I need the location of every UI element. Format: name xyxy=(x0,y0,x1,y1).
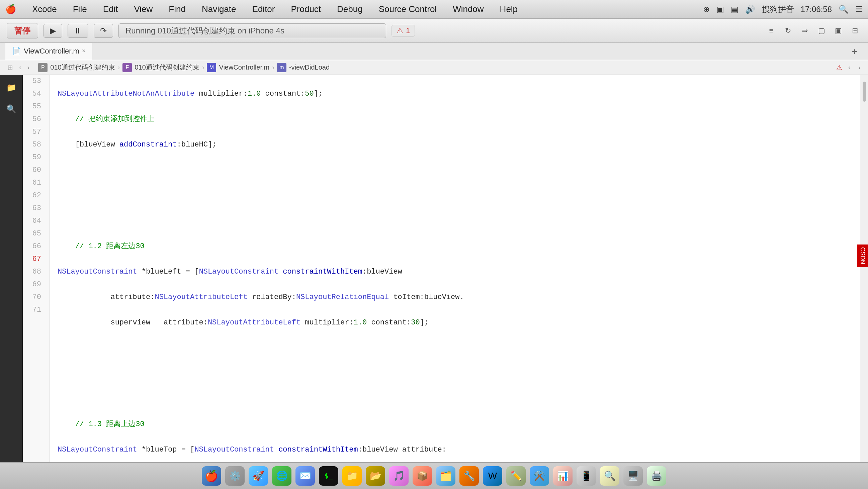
toolbar-right-icons: ≡ ↻ ⇒ ▢ ▣ ⊟ xyxy=(765,25,861,37)
dock-accessibility[interactable]: 🔍 xyxy=(600,466,620,486)
pause-button[interactable]: ⏸ xyxy=(68,24,88,38)
split-horizontal-icon[interactable]: ⊟ xyxy=(848,25,861,37)
breadcrumb-error-icon: ⚠ xyxy=(836,64,842,72)
dock-xcode[interactable]: ⚒️ xyxy=(529,466,550,486)
code-line-58: // 1.2 距离左边30 xyxy=(58,240,852,253)
apple-menu[interactable]: 🍎 xyxy=(5,4,16,14)
code-content[interactable]: NSLayoutAttributeNotAnAttribute multipli… xyxy=(50,75,860,462)
dock-folder1[interactable]: 📁 xyxy=(342,466,362,486)
step-over-button[interactable]: ↷ xyxy=(94,24,113,38)
breadcrumb-project[interactable]: 010通过代码创建约束 xyxy=(50,63,115,72)
dock-simulator[interactable]: 📱 xyxy=(576,466,596,486)
warning-badge[interactable]: ⚠ 1 xyxy=(392,25,415,37)
menubar-file[interactable]: File xyxy=(70,3,90,16)
menubar-help[interactable]: Help xyxy=(497,3,520,16)
nav-back-button[interactable]: ‹ xyxy=(17,63,24,72)
toolbar: 暂停 ▶ ⏸ ↷ Running 010通过代码创建约束 on iPhone 4… xyxy=(0,19,868,43)
dock-mail[interactable]: ✉️ xyxy=(295,466,315,486)
breadcrumb-next-error[interactable]: › xyxy=(856,63,863,72)
refresh-icon[interactable]: ↻ xyxy=(782,25,795,37)
line-num-54: 54 xyxy=(23,88,45,100)
dock-tool1[interactable]: 🔧 xyxy=(459,466,479,486)
menubar-navigate[interactable]: Navigate xyxy=(199,3,239,16)
dock-instruments[interactable]: 📊 xyxy=(553,466,573,486)
menubar-product[interactable]: Product xyxy=(288,3,323,16)
tab-icon: 📄 xyxy=(12,47,21,56)
add-tab-button[interactable]: + xyxy=(846,46,863,57)
code-editor[interactable]: 53 54 55 56 57 58 59 60 61 62 63 64 65 6… xyxy=(23,75,860,462)
code-line-57 xyxy=(58,215,852,227)
line-num-56: 56 xyxy=(23,113,45,126)
dock-printer[interactable]: 🖨️ xyxy=(647,466,666,486)
code-line-54: [blueView addConstraint:blueHC]; xyxy=(58,138,852,151)
tab-label: ViewController.m xyxy=(24,47,79,56)
dock-console[interactable]: 🖥️ xyxy=(623,466,643,486)
tabbar: 📄 ViewController.m × + xyxy=(0,43,868,60)
nav-forward-button[interactable]: › xyxy=(25,63,32,72)
dock-tool2[interactable]: ✏️ xyxy=(506,466,526,486)
search-icon[interactable]: 🔍 xyxy=(839,5,848,14)
menubar-edit[interactable]: Edit xyxy=(100,3,121,16)
menubar-view[interactable]: View xyxy=(131,3,155,16)
code-line-partial: NSLayoutAttributeNotAnAttribute multipli… xyxy=(58,88,852,100)
breadcrumb-folder[interactable]: 010通过代码创建约束 xyxy=(134,63,199,72)
menubar-find[interactable]: Find xyxy=(166,3,188,16)
menubar-debug[interactable]: Debug xyxy=(334,3,365,16)
line-num-60: 60 xyxy=(23,164,45,176)
sidebar-search-icon[interactable]: 🔍 xyxy=(4,102,19,117)
menubar-editor[interactable]: Editor xyxy=(250,3,278,16)
notification-icon[interactable]: ☰ xyxy=(855,5,863,14)
forward-icon[interactable]: ⇒ xyxy=(798,25,811,37)
stop-button[interactable]: 暂停 xyxy=(7,23,38,38)
dock-safari[interactable]: 🌐 xyxy=(272,466,292,486)
dock-preferences[interactable]: ⚙️ xyxy=(225,466,245,486)
line-numbers: 53 54 55 56 57 58 59 60 61 62 63 64 65 6… xyxy=(23,75,50,462)
menubar-window[interactable]: Window xyxy=(450,3,486,16)
csdn-badge[interactable]: CSDN xyxy=(857,244,868,267)
wifi-icon[interactable]: ▤ xyxy=(731,5,739,14)
project-icon: P xyxy=(38,63,48,72)
folder-icon: F xyxy=(122,63,132,72)
dock-filezilla[interactable]: 🗂️ xyxy=(436,466,456,486)
line-num-69: 69 xyxy=(23,278,45,291)
run-button[interactable]: ▶ xyxy=(43,24,62,38)
code-line-59: NSLayoutConstraint *blueLeft = [NSLayout… xyxy=(58,266,852,278)
line-num-70: 70 xyxy=(23,291,45,304)
breadcrumb-method[interactable]: -viewDidLoad xyxy=(289,64,330,71)
single-pane-icon[interactable]: ▢ xyxy=(815,25,828,37)
left-sidebar: 📁 🔍 xyxy=(0,75,23,462)
split-vertical-icon[interactable]: ▣ xyxy=(832,25,844,37)
tab-close-button[interactable]: × xyxy=(82,47,86,55)
dock-package[interactable]: 📦 xyxy=(412,466,432,486)
dock-itunes[interactable]: 🎵 xyxy=(389,466,409,486)
line-num-62: 62 xyxy=(23,189,45,202)
code-line-55 xyxy=(58,164,852,176)
warning-count: 1 xyxy=(406,26,410,35)
display-icon[interactable]: ▣ xyxy=(716,5,724,14)
code-line-56 xyxy=(58,189,852,202)
menubar-xcode[interactable]: Xcode xyxy=(29,3,60,16)
fullscreen-icon[interactable]: ⊕ xyxy=(703,5,710,14)
dock-folder2[interactable]: 📂 xyxy=(365,466,385,486)
dock-finder[interactable]: 🍎 xyxy=(202,466,221,486)
file-icon: M xyxy=(207,63,216,72)
volume-icon[interactable]: 🔊 xyxy=(745,5,755,14)
sidebar-folder-icon[interactable]: 📁 xyxy=(4,80,19,95)
dock: 🍎 ⚙️ 🚀 🌐 ✉️ $_ 📁 📂 🎵 📦 🗂️ 🔧 W ✏️ ⚒️ xyxy=(0,462,868,489)
dock-terminal[interactable]: $_ xyxy=(318,466,339,486)
dock-word[interactable]: W xyxy=(483,466,503,486)
line-num-61: 61 xyxy=(23,176,45,189)
scrollbar-thumb[interactable] xyxy=(863,82,866,102)
tab-viewcontroller[interactable]: 📄 ViewController.m × xyxy=(5,43,92,60)
menubar-source-control[interactable]: Source Control xyxy=(376,3,439,16)
breadcrumb-prev-error[interactable]: ‹ xyxy=(846,63,852,72)
breadcrumb-file[interactable]: ViewController.m xyxy=(219,64,269,71)
dock-launchpad[interactable]: 🚀 xyxy=(248,466,268,486)
main-area: 📁 🔍 53 54 55 56 57 58 59 60 61 62 63 xyxy=(0,75,868,462)
input-method: 搜狗拼音 xyxy=(762,4,794,15)
nav-grid-icon[interactable]: ⊞ xyxy=(5,63,15,72)
list-view-icon[interactable]: ≡ xyxy=(765,25,778,37)
line-num-68: 68 xyxy=(23,266,45,278)
line-num-55: 55 xyxy=(23,100,45,113)
method-icon: m xyxy=(277,63,286,72)
